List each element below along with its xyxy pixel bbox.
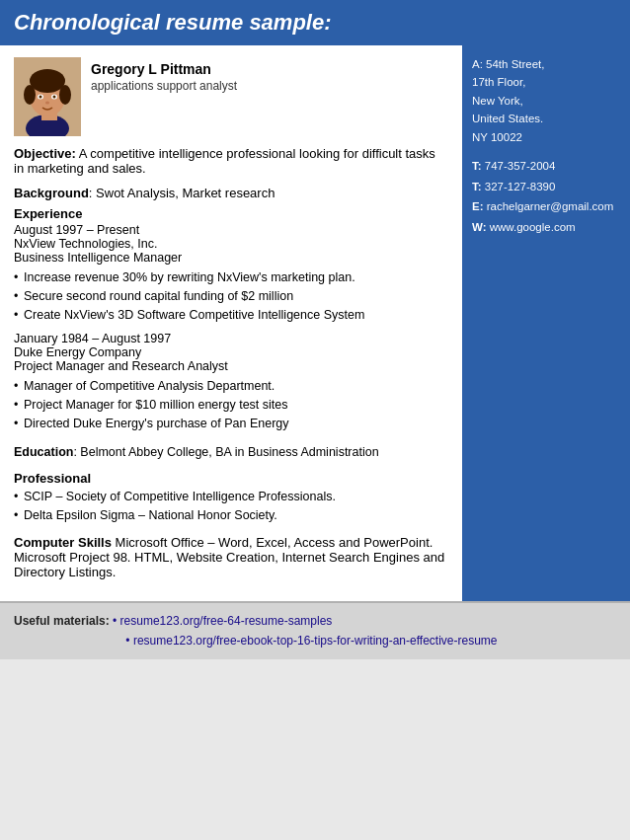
svg-point-11	[45, 102, 49, 105]
background-text: : Swot Analysis, Market research	[89, 186, 276, 200]
education-detail: : Belmont Abbey College, BA in Business …	[73, 445, 378, 459]
objective-text: A competitive intelligence professional …	[14, 146, 435, 176]
contact-phone1: T: 747-357-2004	[472, 156, 620, 177]
job-1-bullets: Increase revenue 30% by rewriting NxView…	[14, 268, 448, 324]
contact-label-t1: T:	[472, 160, 482, 172]
header-bar: Chronological resume sample:	[0, 0, 630, 45]
computer-skills-label: Computer Skills	[14, 535, 112, 550]
job-1: August 1997 – Present NxView Technologie…	[14, 223, 448, 324]
bullet-item: Project Manager for $10 million energy t…	[14, 396, 448, 415]
professional-heading: Professional	[14, 471, 448, 486]
background-section: Background: Swot Analysis, Market resear…	[14, 186, 448, 200]
bullet-item: Secure second round capital funding of $…	[14, 287, 448, 306]
job-2-bullets: Manager of Competitive Analysis Departme…	[14, 377, 448, 432]
footer-label: Useful materials:	[14, 614, 110, 628]
bullet-item: Create NxView's 3D Software Competitive …	[14, 306, 448, 325]
footer-bar: Useful materials: • resume123.org/free-6…	[0, 601, 630, 659]
job-2-role: Project Manager and Research Analyst	[14, 359, 448, 373]
content-wrapper: Gregory L Pittman applications support a…	[0, 45, 630, 601]
svg-point-6	[59, 85, 71, 105]
job-1-company: NxView Technologies, Inc.	[14, 237, 448, 251]
profile-job-title: applications support analyst	[91, 79, 237, 93]
svg-point-5	[24, 85, 36, 105]
contact-phone2: T: 327-127-8390	[472, 177, 620, 197]
header-title: Chronological resume sample:	[14, 10, 332, 35]
professional-bullets: SCIP – Society of Competitive Intelligen…	[14, 488, 448, 525]
experience-heading: Experience	[14, 206, 448, 221]
address-line4: United States.	[472, 110, 620, 127]
contact-web: W: www.google.com	[472, 217, 620, 238]
profile-info: Gregory L Pittman applications support a…	[91, 57, 237, 93]
sidebar-address: A: 54th Street, 17th Floor, New York, Un…	[472, 55, 620, 146]
job-2-dates: January 1984 – August 1997	[14, 332, 448, 345]
contact-email: E: rachelgarner@gmail.com	[472, 196, 620, 217]
page: Chronological resume sample:	[0, 0, 630, 659]
bullet-item: Delta Epsilon Sigma – National Honor Soc…	[14, 506, 448, 525]
footer-bullet-1: •	[113, 614, 120, 628]
bullet-item: Manager of Competitive Analysis Departme…	[14, 377, 448, 396]
job-2: January 1984 – August 1997 Duke Energy C…	[14, 332, 448, 432]
profile-name: Gregory L Pittman	[91, 61, 237, 77]
address-line1: A: 54th Street,	[472, 55, 620, 73]
main-content: Gregory L Pittman applications support a…	[0, 45, 462, 601]
footer-link-2[interactable]: resume123.org/free-ebook-top-16-tips-for…	[133, 634, 498, 648]
contact-value-e: rachelgarner@gmail.com	[487, 200, 614, 212]
job-2-company: Duke Energy Company	[14, 345, 448, 359]
bullet-item: SCIP – Society of Competitive Intelligen…	[14, 488, 448, 506]
bullet-item: Increase revenue 30% by rewriting NxView…	[14, 268, 448, 287]
avatar	[14, 57, 81, 136]
objective-label: Objective:	[14, 146, 76, 161]
professional-section: Professional SCIP – Society of Competiti…	[14, 471, 448, 525]
computer-skills-section: Computer Skills Microsoft Office – Word,…	[14, 535, 448, 579]
contact-label-w: W:	[472, 221, 486, 233]
job-1-role: Business Intelligence Manager	[14, 251, 448, 265]
contact-value-w: www.google.com	[490, 221, 576, 233]
contact-label-e: E:	[472, 200, 484, 212]
background-label: Background	[14, 186, 89, 200]
footer-bullet-2: •	[125, 634, 133, 648]
objective-section: Objective: A competitive intelligence pr…	[14, 146, 448, 176]
sidebar-contacts: T: 747-357-2004 T: 327-127-8390 E: rache…	[472, 156, 620, 238]
svg-point-10	[53, 96, 56, 99]
experience-section: Experience August 1997 – Present NxView …	[14, 206, 448, 433]
address-line2: 17th Floor,	[472, 73, 620, 91]
svg-point-9	[39, 96, 42, 99]
footer-link-1[interactable]: resume123.org/free-64-resume-samples	[120, 614, 333, 628]
contact-value-t2: 327-127-8390	[485, 181, 556, 192]
svg-point-4	[30, 69, 65, 93]
address-line5: NY 10022	[472, 128, 620, 146]
job-1-dates: August 1997 – Present	[14, 223, 448, 237]
contact-label-t2: T:	[472, 181, 482, 192]
contact-value-t1: 747-357-2004	[485, 160, 556, 172]
education-section: Education: Belmont Abbey College, BA in …	[14, 443, 448, 462]
address-line3: New York,	[472, 92, 620, 110]
education-label: Education	[14, 445, 73, 459]
bullet-item: Directed Duke Energy's purchase of Pan E…	[14, 415, 448, 433]
sidebar: A: 54th Street, 17th Floor, New York, Un…	[462, 45, 630, 601]
profile-section: Gregory L Pittman applications support a…	[14, 57, 448, 136]
education-text: Education: Belmont Abbey College, BA in …	[14, 443, 448, 462]
